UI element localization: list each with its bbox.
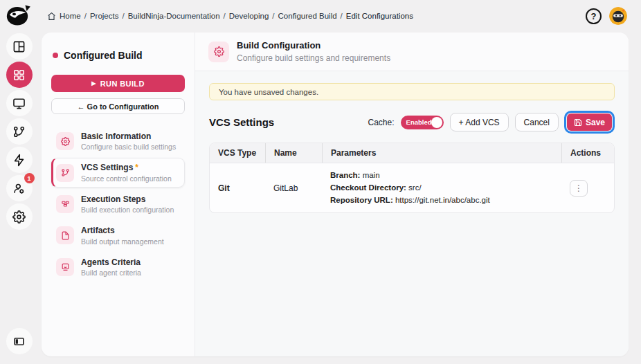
nav-item-sublabel: Configure basic build settings <box>81 143 176 151</box>
cell-actions: ⋮ <box>561 163 614 212</box>
column-header-vcs-type: VCS Type <box>210 143 265 163</box>
nav-item-texts: Artifacts Build output management <box>81 226 164 245</box>
breadcrumb-edit-configurations: Edit Configurations <box>346 12 413 20</box>
cell-name: GitLab <box>265 163 322 212</box>
nav-item-label: Agents Criteria <box>81 257 141 267</box>
table-row: Git GitLab Branch: main Checkout Directo… <box>210 163 614 212</box>
gear-icon <box>208 42 229 62</box>
cache-toggle[interactable]: Enabled <box>401 116 444 129</box>
param-value: src/ <box>406 183 422 192</box>
nav-item-texts: Basic Information Configure basic build … <box>81 131 176 151</box>
param-label: Branch: <box>330 171 360 179</box>
param-branch: Branch: main <box>330 170 553 182</box>
breadcrumb: Home / Projects / BuildNinja-Documentati… <box>47 12 413 21</box>
save-label: Save <box>586 118 605 127</box>
add-vcs-button[interactable]: + Add VCS <box>450 113 509 131</box>
avatar[interactable] <box>609 7 627 25</box>
main-card: Configured Build ▶ RUN BUILD ← Go to Con… <box>42 33 629 356</box>
git-branch-icon <box>12 125 26 138</box>
breadcrumb-separator: / <box>272 12 274 20</box>
vcs-table: VCS Type Name Parameters Actions Git Git… <box>209 143 615 213</box>
nav-item-sublabel: Build output management <box>81 237 164 246</box>
monitor-icon <box>12 97 26 110</box>
nav-item-execution-steps[interactable]: Execution Steps Build execution configur… <box>51 190 185 219</box>
rail-settings-button[interactable] <box>6 203 33 230</box>
param-checkout-directory: Checkout Directory: src/ <box>330 182 553 194</box>
topbar-actions: ? <box>586 7 641 25</box>
section-controls: Cache: Enabled + Add VCS Cancel Save <box>368 113 615 131</box>
run-build-button[interactable]: ▶ RUN BUILD <box>51 75 185 92</box>
nav-item-agents-criteria[interactable]: Agents Criteria Build agent criteria <box>51 253 185 282</box>
param-value: https://git.net.in/abc/abc.git <box>393 196 490 204</box>
sidebar-title: Configured Build <box>53 50 183 61</box>
cell-parameters: Branch: main Checkout Directory: src/ Re… <box>322 163 561 212</box>
rail-agents-button[interactable] <box>6 90 33 116</box>
status-dot-icon <box>53 53 58 58</box>
required-asterisk: * <box>135 163 138 172</box>
save-button[interactable]: Save <box>567 113 612 131</box>
page-subtitle: Configure build settings and requirement… <box>237 53 390 63</box>
column-header-actions: Actions <box>561 143 614 163</box>
main-content: You have unsaved changes. VCS Settings C… <box>195 71 629 213</box>
breadcrumb-separator: / <box>224 12 226 20</box>
goto-configuration-button[interactable]: ← Go to Configuration <box>51 98 185 114</box>
grid-icon <box>12 69 26 82</box>
rail-builds-button[interactable] <box>6 147 33 173</box>
table-header: VCS Type Name Parameters Actions <box>210 143 614 163</box>
nav-item-vcs-settings[interactable]: VCS Settings* Source control configurati… <box>51 158 185 187</box>
nav-item-label: Artifacts <box>81 226 164 235</box>
rail-dashboard-button[interactable] <box>6 33 33 60</box>
row-actions-button[interactable]: ⋮ <box>570 180 588 197</box>
nav-item-basic-information[interactable]: Basic Information Configure basic build … <box>51 127 185 156</box>
toggle-knob <box>431 117 442 128</box>
home-icon <box>47 12 56 21</box>
avatar-ninja-icon <box>609 7 627 25</box>
add-vcs-label: + Add VCS <box>459 118 500 127</box>
gear-icon <box>56 132 74 150</box>
nav-item-label-text: VCS Settings <box>81 163 133 172</box>
nav-item-sublabel: Source control configuration <box>81 174 172 183</box>
breadcrumb-projects[interactable]: Projects <box>90 12 119 20</box>
breadcrumb-separator: / <box>122 12 124 20</box>
breadcrumb-configured-build[interactable]: Configured Build <box>278 12 337 20</box>
page-title: Build Configuration <box>237 40 390 51</box>
vcs-section-header: VCS Settings Cache: Enabled + Add VCS Ca… <box>209 111 615 133</box>
sidebar-collapse-button[interactable] <box>6 328 33 354</box>
param-label: Repository URL: <box>330 196 393 204</box>
more-vertical-icon: ⋮ <box>575 183 583 193</box>
question-icon: ? <box>591 11 597 21</box>
layout-icon <box>12 40 26 53</box>
breadcrumb-project-name[interactable]: BuildNinja-Documentation <box>128 12 220 20</box>
cache-label: Cache: <box>368 118 395 127</box>
nav-item-artifacts[interactable]: Artifacts Build output management <box>51 221 185 250</box>
file-icon <box>56 226 74 244</box>
play-icon: ▶ <box>91 81 96 87</box>
cache-toggle-state: Enabled <box>406 118 432 126</box>
section-title: VCS Settings <box>209 116 274 128</box>
git-branch-icon <box>56 164 74 182</box>
user-gear-icon <box>12 182 26 195</box>
param-repository-url: Repository URL: https://git.net.in/abc/a… <box>330 194 553 207</box>
help-button[interactable]: ? <box>586 8 602 24</box>
rail-vcs-button[interactable] <box>6 118 33 145</box>
rail-users-button[interactable]: 1 <box>6 175 33 201</box>
sidebar-title-label: Configured Build <box>64 50 143 61</box>
nav-item-label: Basic Information <box>81 131 176 141</box>
rail-projects-button[interactable] <box>6 62 33 88</box>
build-sidebar: Configured Build ▶ RUN BUILD ← Go to Con… <box>42 33 195 356</box>
breadcrumb-separator: / <box>84 12 87 20</box>
topbar: Home / Projects / BuildNinja-Documentati… <box>0 0 641 32</box>
cancel-button[interactable]: Cancel <box>515 113 559 131</box>
main-header: Build Configuration Configure build sett… <box>195 33 629 71</box>
app-logo <box>0 3 35 28</box>
unsaved-changes-banner: You have unsaved changes. <box>209 83 615 100</box>
goto-configuration-label: ← Go to Configuration <box>78 102 159 111</box>
nav-item-texts: Agents Criteria Build agent criteria <box>81 257 141 277</box>
main-panel: Build Configuration Configure build sett… <box>195 33 629 356</box>
nav-item-sublabel: Build agent criteria <box>81 269 141 277</box>
nav-item-texts: Execution Steps Build execution configur… <box>81 194 174 214</box>
param-value: main <box>360 171 379 179</box>
nav-item-sublabel: Build execution configuration <box>81 206 174 214</box>
breadcrumb-home[interactable]: Home <box>60 12 81 20</box>
breadcrumb-developing[interactable]: Developing <box>229 12 269 20</box>
